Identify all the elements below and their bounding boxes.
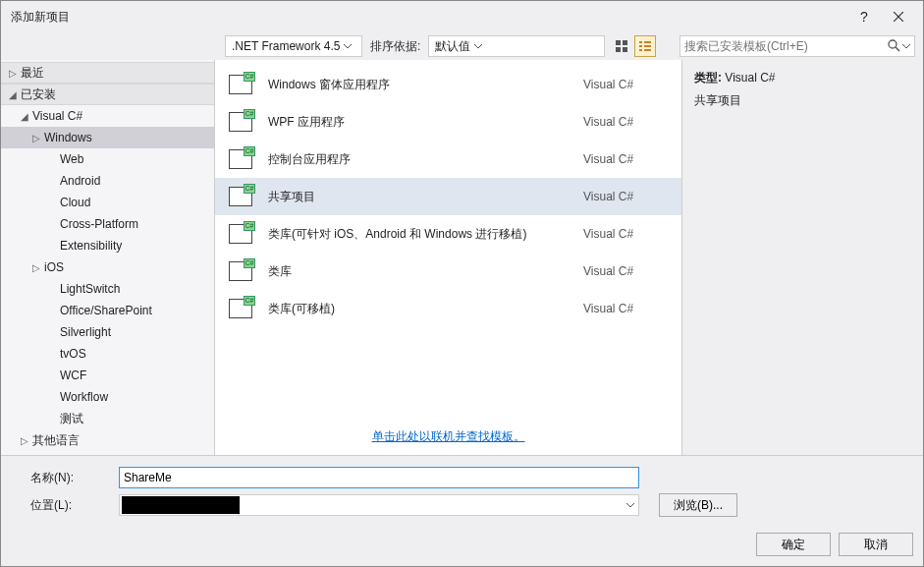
close-button[interactable] xyxy=(880,5,917,28)
location-label: 位置(L): xyxy=(11,497,119,514)
template-icon: C# xyxy=(225,296,256,321)
view-list-button[interactable] xyxy=(634,35,656,57)
close-icon xyxy=(894,12,903,22)
expander-icon: ▷ xyxy=(7,68,19,79)
name-label: 名称(N): xyxy=(11,470,119,486)
template-list: C#Windows 窗体应用程序Visual C#C#WPF 应用程序Visua… xyxy=(215,60,681,421)
tree-node-label: WCF xyxy=(58,369,86,382)
tree-node[interactable]: ▷其他语言 xyxy=(1,429,214,451)
tree-node-label: 测试 xyxy=(58,411,83,427)
tree-node-label: Extensibility xyxy=(58,239,122,253)
template-lang: Visual C# xyxy=(583,302,672,315)
chevron-down-icon xyxy=(623,498,638,512)
template-item[interactable]: C#控制台应用程序Visual C# xyxy=(215,141,681,178)
template-name: WPF 应用程序 xyxy=(268,114,583,131)
info-description: 共享项目 xyxy=(694,92,911,109)
tree-node[interactable]: Office/SharePoint xyxy=(1,300,214,321)
tree-node-label: tvOS xyxy=(58,347,86,361)
framework-value: .NET Framework 4.5 xyxy=(232,39,340,53)
info-type-value: Visual C# xyxy=(725,71,775,85)
tree-node-label: Web xyxy=(58,152,83,166)
info-type-label: 类型: xyxy=(694,71,722,85)
template-lang: Visual C# xyxy=(583,152,672,166)
svg-rect-6 xyxy=(639,41,642,43)
main-area: ▷ 最近 ◢ 已安装 ◢Visual C#▷WindowsWebAndroidC… xyxy=(1,60,923,455)
tree-node[interactable]: LightSwitch xyxy=(1,278,214,300)
cancel-button[interactable]: 取消 xyxy=(839,533,913,556)
view-mode-buttons xyxy=(611,35,656,57)
tree-node[interactable]: Cross-Platform xyxy=(1,213,214,235)
template-lang: Visual C# xyxy=(583,264,672,278)
chevron-down-icon xyxy=(902,39,910,53)
name-input[interactable] xyxy=(119,467,639,488)
location-dropdown[interactable] xyxy=(119,494,639,516)
template-name: 类库(可针对 iOS、Android 和 Windows 进行移植) xyxy=(268,226,583,243)
category-tree: ▷ 最近 ◢ 已安装 ◢Visual C#▷WindowsWebAndroidC… xyxy=(1,60,215,455)
framework-dropdown[interactable]: .NET Framework 4.5 xyxy=(225,35,362,57)
tree-node-label: LightSwitch xyxy=(58,282,120,296)
tree-node-label: 其他语言 xyxy=(30,432,80,449)
online-templates-link[interactable]: 单击此处以联机并查找模板。 xyxy=(372,429,525,443)
tree-section-installed[interactable]: ◢ 已安装 xyxy=(1,84,214,105)
chevron-down-icon xyxy=(344,39,352,53)
tree-section-recent[interactable]: ▷ 最近 xyxy=(1,62,214,84)
tree-node[interactable]: WCF xyxy=(1,365,214,386)
search-box[interactable] xyxy=(679,35,915,57)
tree-node-label: Visual C# xyxy=(30,109,82,123)
tree-node[interactable]: ▷Windows xyxy=(1,127,214,148)
titlebar: 添加新项目 ? xyxy=(1,1,923,32)
svg-rect-3 xyxy=(623,40,627,45)
online-templates-link-row: 单击此处以联机并查找模板。 xyxy=(215,421,681,455)
tree-node-label: Windows xyxy=(42,131,92,144)
tree-node[interactable]: Extensibility xyxy=(1,235,214,256)
template-icon: C# xyxy=(225,184,256,209)
name-row: 名称(N): xyxy=(11,464,913,491)
sortby-value: 默认值 xyxy=(435,38,470,55)
tree-node-label: Android xyxy=(58,174,100,188)
list-icon xyxy=(638,39,652,53)
template-name: Windows 窗体应用程序 xyxy=(268,77,583,93)
bottom-form: 名称(N): 位置(L): 浏览(B)... xyxy=(1,455,923,525)
template-item[interactable]: C#共享项目Visual C# xyxy=(215,178,681,215)
template-name: 共享项目 xyxy=(268,189,583,205)
view-grid-button[interactable] xyxy=(611,35,632,57)
template-lang: Visual C# xyxy=(583,190,672,203)
help-button[interactable]: ? xyxy=(854,9,874,25)
tree-node[interactable]: Android xyxy=(1,170,214,192)
template-item[interactable]: C#类库(可针对 iOS、Android 和 Windows 进行移植)Visu… xyxy=(215,215,681,253)
template-list-panel: C#Windows 窗体应用程序Visual C#C#WPF 应用程序Visua… xyxy=(215,60,682,455)
grid-icon xyxy=(615,39,628,53)
tree-node[interactable]: tvOS xyxy=(1,343,214,365)
tree-node-label: Office/SharePoint xyxy=(58,304,152,317)
search-input[interactable] xyxy=(684,39,887,53)
tree-node[interactable]: ▷iOS xyxy=(1,256,214,278)
template-item[interactable]: C#Windows 窗体应用程序Visual C# xyxy=(215,66,681,103)
tree-node[interactable]: ◢Visual C# xyxy=(1,105,214,127)
tree-node[interactable]: Silverlight xyxy=(1,321,214,343)
tree-section-label: 已安装 xyxy=(19,86,56,103)
chevron-down-icon xyxy=(474,39,482,53)
svg-rect-4 xyxy=(616,47,621,52)
tree-node[interactable]: Web xyxy=(1,148,214,170)
ok-button[interactable]: 确定 xyxy=(756,533,831,556)
svg-line-13 xyxy=(896,47,899,51)
template-icon: C# xyxy=(225,72,256,97)
tree-node-label: iOS xyxy=(42,260,64,274)
sortby-dropdown[interactable]: 默认值 xyxy=(428,35,605,57)
template-name: 类库(可移植) xyxy=(268,301,583,317)
template-icon: C# xyxy=(225,221,256,247)
toolbar: .NET Framework 4.5 排序依据: 默认值 xyxy=(1,32,923,60)
browse-button[interactable]: 浏览(B)... xyxy=(659,493,737,517)
template-item[interactable]: C#WPF 应用程序Visual C# xyxy=(215,103,681,141)
tree-node[interactable]: Cloud xyxy=(1,192,214,213)
search-icon xyxy=(887,38,900,55)
tree-section-label: 最近 xyxy=(19,65,44,82)
svg-rect-10 xyxy=(639,49,642,51)
template-item[interactable]: C#类库Visual C# xyxy=(215,253,681,290)
tree-node[interactable]: 测试 xyxy=(1,408,214,429)
tree-node-label: Silverlight xyxy=(58,325,111,339)
tree-node[interactable]: Workflow xyxy=(1,386,214,408)
template-item[interactable]: C#类库(可移植)Visual C# xyxy=(215,290,681,327)
location-value-redacted xyxy=(122,496,240,514)
template-icon: C# xyxy=(225,146,256,172)
